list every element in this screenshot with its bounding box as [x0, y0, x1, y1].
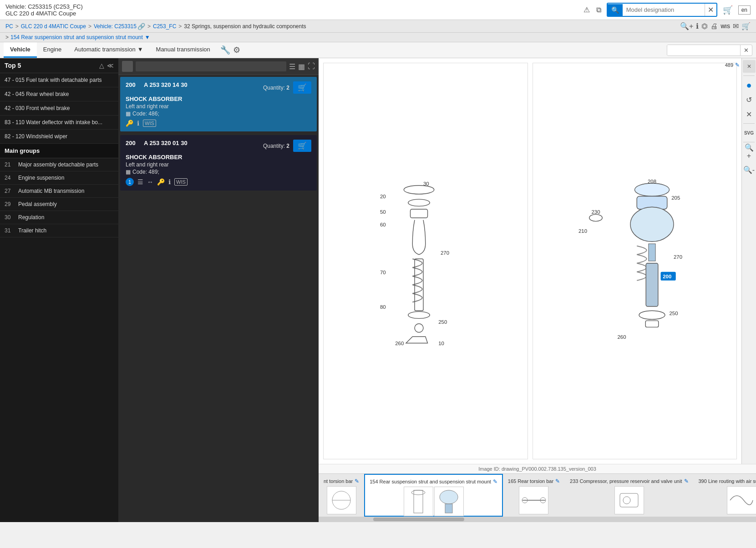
group-item-27[interactable]: 27 Automatic MB transmission: [0, 185, 118, 198]
search-button[interactable]: 🔍: [608, 4, 623, 16]
top5-item-5[interactable]: 82 - 120 Windshield wiper: [0, 130, 118, 144]
part-2-arrow-icon[interactable]: ↔: [147, 178, 153, 186]
part-1-key-icon[interactable]: 🔑: [126, 120, 133, 127]
thumb-0-edit[interactable]: ✎: [355, 478, 359, 484]
cross-icon[interactable]: ✕: [743, 108, 756, 121]
info-icon[interactable]: ℹ: [696, 22, 699, 30]
search-input[interactable]: [623, 5, 705, 15]
thumb-1-edit[interactable]: ✎: [493, 478, 497, 485]
part-2-key-icon[interactable]: 🔑: [157, 178, 165, 186]
part-2-list-icon[interactable]: ☰: [137, 178, 143, 186]
part-2-wis-icon[interactable]: WIS: [174, 178, 188, 186]
group-item-24[interactable]: 24 Engine suspension: [0, 171, 118, 185]
undo-icon[interactable]: ↺: [743, 93, 756, 106]
svg-text:80: 80: [380, 304, 386, 310]
tab-search-input[interactable]: [667, 45, 740, 55]
tab-vehicle[interactable]: Vehicle: [4, 42, 37, 58]
part-1-info-icon[interactable]: ℹ: [137, 120, 139, 127]
collapse-icon[interactable]: △: [99, 62, 104, 69]
cart-add-icon[interactable]: 🛒: [722, 4, 734, 16]
breadcrumb-glc[interactable]: GLC 220 d 4MATIC Coupe: [21, 23, 86, 30]
tab-manual-transmission[interactable]: Manual transmission: [150, 42, 217, 58]
top5-item-2[interactable]: 42 - 045 Rear wheel brake: [0, 87, 118, 101]
svg-point-3: [408, 199, 430, 206]
top5-item-1[interactable]: 47 - 015 Fuel tank with detachable parts: [0, 73, 118, 87]
language-selector[interactable]: en: [738, 5, 751, 15]
part-card-2[interactable]: 200 A 253 320 01 30 Quantity: 2 🛒 SHOCK …: [120, 135, 317, 191]
thumb-item-3[interactable]: 233 Compressor, pressure reservoir and v…: [565, 474, 693, 517]
circle-dot-icon[interactable]: ●: [743, 79, 756, 91]
add-to-cart-1[interactable]: 🛒: [293, 81, 311, 94]
thumb-2-edit[interactable]: ✎: [555, 478, 560, 484]
part-card-1[interactable]: 200 A 253 320 14 30 Quantity: 2 🛒 SHOCK …: [120, 77, 317, 131]
svg-point-22: [589, 214, 603, 221]
breadcrumb-pc[interactable]: PC: [5, 23, 13, 30]
part-2-info-icon[interactable]: ℹ: [168, 178, 171, 186]
tab-wrench-icon[interactable]: 🔧: [220, 45, 230, 55]
grid-icon[interactable]: ▦: [298, 62, 305, 71]
zoom-in-icon[interactable]: 🔍+: [680, 22, 693, 30]
zoom-in-diagram[interactable]: 🔍+: [743, 145, 756, 158]
bottom-scrollbar[interactable]: [319, 517, 756, 522]
thumb-1-row: [404, 487, 464, 516]
vehicle-link-icon[interactable]: 🔗: [137, 23, 145, 30]
thumb-item-2[interactable]: 165 Rear torsion bar ✎: [503, 474, 565, 517]
svg-rect-5: [411, 209, 428, 218]
scrollbar-thumb[interactable]: [373, 518, 464, 521]
svg-text:260: 260: [617, 334, 626, 340]
tab-settings-icon[interactable]: ⚙: [233, 45, 240, 55]
top5-title: Top 5: [5, 62, 21, 69]
svg-text:70: 70: [380, 270, 386, 275]
svg-icon[interactable]: SVG: [743, 126, 756, 139]
parts-search-input[interactable]: [136, 61, 286, 71]
expand-icon[interactable]: ≪: [107, 62, 114, 69]
sub-breadcrumb-item[interactable]: 154 Rear suspension strut and suspension…: [10, 34, 143, 40]
tab-auto-dropdown-icon: ▼: [137, 46, 143, 53]
wis-icon[interactable]: WIS: [720, 22, 730, 30]
copy-icon[interactable]: ⧉: [595, 5, 602, 15]
thumb-3-edit[interactable]: ✎: [684, 478, 689, 484]
add-to-cart-2[interactable]: 🛒: [293, 140, 311, 152]
expand-panel-icon[interactable]: ⛶: [308, 62, 315, 71]
cart-icon[interactable]: 🛒: [741, 22, 751, 30]
thumb-item-4[interactable]: 390 Line routing with air suspension ✎: [694, 474, 756, 517]
thumbnail-strip: nt torsion bar ✎ 154 Rear suspension str…: [319, 473, 756, 517]
tab-automatic-transmission[interactable]: Automatic transmission ▼: [68, 42, 149, 58]
parts-toolbar-icons: ☰ ▦ ⛶: [289, 62, 315, 71]
thumb-item-0[interactable]: nt torsion bar ✎: [319, 474, 364, 517]
mail-icon[interactable]: ✉: [733, 22, 739, 30]
warning-icon[interactable]: ⚠: [583, 5, 591, 15]
svg-point-45: [623, 497, 630, 504]
tab-search-clear[interactable]: ✕: [740, 45, 752, 55]
top5-item-3[interactable]: 42 - 030 Front wheel brake: [0, 101, 118, 116]
thumb-3-img: [614, 486, 644, 514]
breadcrumb-c253fc[interactable]: C253_FC: [153, 23, 176, 30]
edit-page-icon[interactable]: ✎: [735, 62, 740, 68]
group-item-30[interactable]: 30 Regulation: [0, 211, 118, 224]
image-id-bar: Image ID: drawing_PV000.002.738.135_vers…: [319, 464, 756, 473]
svg-text:210: 210: [578, 228, 587, 234]
svg-text:205: 205: [671, 195, 680, 201]
tab-engine[interactable]: Engine: [37, 42, 68, 58]
svg-point-18: [634, 183, 669, 196]
part-1-wis-icon[interactable]: WIS: [143, 120, 156, 127]
svg-text:20: 20: [380, 194, 386, 199]
part-2-qty: Quantity: 2 🛒: [263, 140, 311, 152]
dropdown-chevron[interactable]: ▼: [145, 34, 150, 40]
group-item-21[interactable]: 21 Major assembly detachable parts: [0, 158, 118, 171]
svg-rect-37: [414, 490, 423, 513]
parts-toolbar: ☰ ▦ ⛶: [118, 58, 319, 75]
zoom-out-diagram[interactable]: 🔍-: [743, 163, 756, 176]
parts-panel: ☰ ▦ ⛶ 200 A 253 320 14 30 Quantity: 2 🛒 …: [118, 58, 319, 522]
thumb-item-1[interactable]: 154 Rear suspension strut and suspension…: [364, 474, 503, 517]
filter-icon[interactable]: ⏣: [701, 22, 708, 30]
group-item-29[interactable]: 29 Pedal assembly: [0, 198, 118, 211]
list-icon[interactable]: ☰: [289, 62, 295, 71]
print-icon[interactable]: 🖨: [710, 22, 718, 30]
group-item-31[interactable]: 31 Trailer hitch: [0, 224, 118, 237]
close-panel-btn[interactable]: ✕: [743, 60, 756, 73]
top5-item-4[interactable]: 83 - 110 Water deflector with intake bo.…: [0, 116, 118, 130]
breadcrumb-vehicle[interactable]: Vehicle: C253315: [94, 23, 137, 30]
search-clear-button[interactable]: ✕: [705, 4, 716, 16]
thumb-4-img: [727, 486, 756, 514]
